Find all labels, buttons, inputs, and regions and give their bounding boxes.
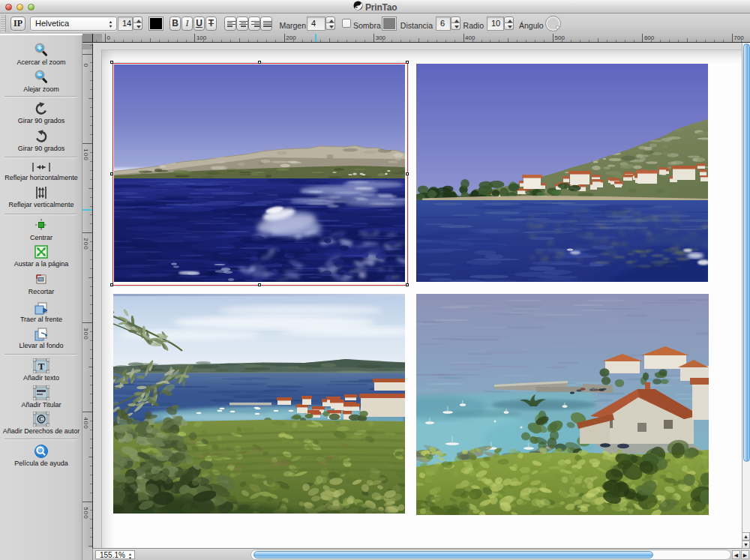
svg-text:C: C <box>39 416 44 423</box>
svg-text:T: T <box>38 361 45 372</box>
